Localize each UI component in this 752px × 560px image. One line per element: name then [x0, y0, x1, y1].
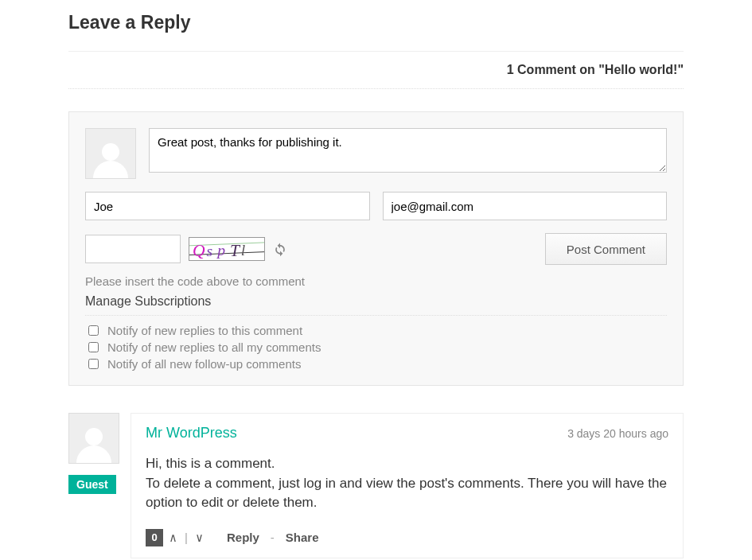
svg-text:p: p	[216, 242, 225, 259]
guest-badge: Guest	[68, 475, 116, 494]
refresh-captcha-icon[interactable]	[271, 240, 289, 258]
comment-textarea[interactable]: Great post, thanks for publishing it.	[149, 128, 667, 173]
notify-option-row[interactable]: Notify of new replies to all my comments	[85, 339, 667, 356]
captcha-help-text: Please insert the code above to comment	[85, 274, 667, 288]
svg-text:l: l	[241, 242, 246, 259]
vote-separator: |	[183, 531, 189, 544]
comment-author-link[interactable]: Mr WordPress	[146, 425, 237, 441]
comment-body-line: Hi, this is a comment.	[146, 456, 275, 471]
upvote-button[interactable]: ∧	[168, 531, 178, 545]
notify-option-row[interactable]: Notify of all new follow-up comments	[85, 356, 667, 372]
manage-subscriptions-link[interactable]: Manage Subscriptions	[85, 294, 667, 316]
post-comment-button[interactable]: Post Comment	[545, 233, 667, 265]
comment-item: Guest Mr WordPress 3 days 20 hours ago H…	[68, 413, 684, 558]
notify-label: Notify of all new follow-up comments	[107, 356, 301, 372]
captcha-input[interactable]	[85, 235, 181, 263]
share-button[interactable]: Share	[281, 531, 324, 544]
reply-button[interactable]: Reply	[222, 531, 264, 544]
commenter-avatar-icon	[68, 413, 119, 464]
vote-count: 0	[146, 529, 163, 546]
user-avatar-icon	[85, 128, 136, 179]
reply-form-panel: Great post, thanks for publishing it. Q …	[68, 111, 684, 386]
svg-text:T: T	[230, 241, 241, 260]
captcha-image: Q s p T l	[189, 237, 265, 261]
email-field[interactable]	[383, 192, 668, 220]
notify-checkbox-1[interactable]	[88, 342, 99, 352]
notify-option-row[interactable]: Notify of new replies to this comment	[85, 322, 667, 339]
notify-checkbox-2[interactable]	[88, 359, 99, 369]
comment-time: 3 days 20 hours ago	[567, 427, 668, 440]
downvote-button[interactable]: ∨	[194, 531, 205, 545]
name-field[interactable]	[85, 192, 370, 220]
svg-text:s: s	[207, 243, 213, 259]
svg-text:Q: Q	[193, 241, 205, 260]
comment-body: Hi, this is a comment. To delete a comme…	[146, 454, 668, 513]
notify-label: Notify of new replies to this comment	[107, 322, 302, 339]
comment-count: 1 Comment on "Hello world!"	[68, 52, 684, 89]
comment-body-line: To delete a comment, just log in and vie…	[146, 476, 667, 511]
action-separator: -	[269, 531, 276, 544]
notify-checkbox-0[interactable]	[88, 325, 99, 336]
page-title: Leave a Reply	[68, 12, 684, 43]
notify-label: Notify of new replies to all my comments	[107, 339, 321, 356]
